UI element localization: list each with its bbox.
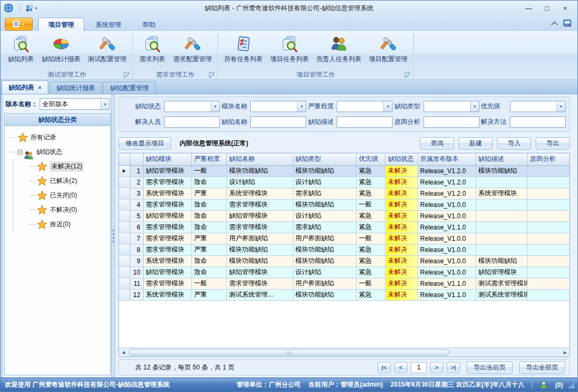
prev-page-button[interactable]: < [394,362,407,373]
filter-input[interactable] [164,116,220,128]
ribbon-button[interactable]: 缺陷统计报表 [38,33,84,65]
dialog-launcher-icon[interactable] [124,72,129,78]
last-page-button[interactable]: >| [447,362,460,373]
cell-cause [528,255,569,267]
column-header[interactable]: 严重程度 [192,153,227,165]
cell-cause [528,221,569,233]
new-button[interactable]: 新建 [458,137,493,150]
document-tab[interactable]: 缺陷列表× [2,80,48,94]
filter-select[interactable]: ▼ [250,101,306,112]
filter-select[interactable]: ▼ [337,101,392,112]
maximize-button[interactable]: □ [538,2,556,14]
table-row[interactable]: 8需求管理模块严重模块功能缺陷模块功能缺陷紧急未解决Release_V1.0.0 [119,244,569,255]
table-row[interactable]: 4需求管理模块致命需求管理模块模块功能缺陷一般未解决Release_V1.0.0 [119,199,569,210]
ribbon-button[interactable]: 需求列表 [135,33,169,65]
cell-type: 模块功能缺陷 [293,289,356,300]
sidebar-splitter[interactable] [111,97,115,375]
document-tab[interactable]: 缺陷配置管理 [103,82,155,94]
search-docs-icon [280,35,299,53]
minimize-button[interactable]: — [520,2,538,14]
ribbon-button[interactable]: 测试配置管理 [84,33,130,65]
table-row[interactable]: 9系统管理模块致命模块功能缺陷模块功能缺陷紧急未解决Release_V1.0.0… [119,255,569,267]
ribbon-button[interactable]: 项目配置管理 [365,33,411,65]
scroll-right-icon[interactable]: ▶ [561,348,569,357]
row-number: 4 [130,199,143,210]
page-number-input[interactable] [411,362,427,373]
document-tab[interactable]: 缺陷统计报表 [49,82,102,94]
filter-select[interactable]: ▼ [424,101,479,112]
star-icon [18,132,28,143]
filter-input[interactable] [424,116,479,128]
export-button[interactable]: 导出 [536,137,570,150]
table-row[interactable]: ▶1缺陷管理模块一般模块功能缺陷模块功能缺陷紧急未解决Release_V1.2.… [119,165,569,176]
table-row[interactable]: 5缺陷管理模块致命缺陷管理模块设计缺陷紧急未解决Release_V1.0.0 [119,210,569,221]
tree-item-label: 缺陷状态 [36,147,62,157]
app-menu-button[interactable]: ▼ [5,18,33,31]
column-header[interactable]: 优先级 [357,153,386,165]
resize-grip[interactable] [573,387,574,388]
filter-input[interactable] [250,116,306,128]
tree-item[interactable]: 推迟(0) [29,217,108,232]
ribbon-button[interactable]: 负责人任务列表 [313,33,365,65]
export-all-pages-button[interactable]: 导出全部页 [519,361,565,374]
cell-type: 设计缺陷 [293,210,356,221]
first-page-button[interactable]: |< [377,362,391,373]
dialog-launcher-icon[interactable] [209,72,214,78]
tree-item-label: 所有记录 [31,133,56,142]
ribbon-button[interactable]: 需求配置管理 [169,33,216,65]
filter-input[interactable] [510,116,566,128]
ribbon-tab[interactable]: 项目管理 [38,18,84,31]
table-row[interactable]: 11需求管理模块一般需求管理模块用户界面缺陷一般未解决Release_V1.1.… [119,278,569,289]
tree-item[interactable]: 已解决(2) [29,174,108,188]
scrollbar-track[interactable]: ||| [128,348,561,357]
ribbon-button[interactable]: 缺陷列表 [4,33,38,65]
tree-item[interactable]: 缺陷状态 [10,145,108,159]
close-button[interactable]: × [556,2,574,14]
collapse-ribbon-icon[interactable] [553,20,558,28]
table-row[interactable]: 7需求管理模块严重用户界面缺陷用户界面缺陷一般未解决Release_V1.0.0 [119,233,569,244]
ribbon-tab[interactable]: 系统管理 [85,18,131,31]
modify-columns-button[interactable]: 修改显示项目 [118,137,171,150]
close-tab-icon[interactable]: × [38,84,41,91]
dialog-launcher-icon[interactable] [405,72,410,78]
ribbon-button[interactable]: 项目任务列表 [266,33,313,65]
search-button[interactable]: 查询 [420,137,454,150]
ribbon-tab-bar: ▼ 项目管理系统管理帮助 [1,16,577,31]
version-select[interactable]: 全部版本 ▼ [40,98,110,110]
tree-item[interactable]: 所有记录 [10,130,108,145]
column-header[interactable]: 缺陷描述 [476,153,528,165]
filter-select[interactable]: ▼ [510,101,566,112]
cell-priority: 紧急 [357,188,386,199]
export-current-page-button[interactable]: 导出当前页 [466,361,513,374]
column-header[interactable]: 缺陷类型 [293,153,356,165]
ribbon: 缺陷列表缺陷统计报表测试配置管理测试管理工作需求列表需求配置管理需求管理工作所有… [1,31,577,80]
table-row[interactable]: 10缺陷管理模块致命缺陷管理模块设计缺陷紧急未解决Release_V1.0.0缺… [119,267,569,278]
table-row[interactable]: 12系统管理模块严重测试系统管理...模块功能缺陷紧急未解决Release_V1… [119,289,569,300]
collapse-node-icon[interactable] [18,150,23,154]
filter-select[interactable]: ▼ [164,101,220,112]
help-icon[interactable] [563,19,572,29]
window-title: 缺陷列表 - 广州爱奇迪软件科技有限公司-缺陷信息管理系统 [205,4,374,13]
tree-item[interactable]: 不解决(0) [29,203,108,217]
scrollbar-thumb[interactable]: ||| [129,349,449,356]
column-header[interactable]: 缺陷模块 [143,153,191,165]
quick-access-toolbar-button[interactable]: ▼ [24,3,40,13]
horizontal-scrollbar[interactable]: ◀ ||| ▶ [119,347,569,357]
column-header[interactable]: 缺陷名称 [227,153,293,165]
filter-input[interactable] [337,116,392,128]
next-page-button[interactable]: > [430,362,443,373]
table-row[interactable]: 6需求管理模块致命需求管理模块需求缺陷紧急未解决Release_V1.1.0 [119,221,569,233]
table-row[interactable]: 3系统管理模块严重系统管理模块需求缺陷紧急未解决Release_V1.2.0系统… [119,188,569,199]
scroll-left-icon[interactable]: ◀ [119,348,128,357]
tree-item[interactable]: 未解决(12) [29,159,108,174]
table-row[interactable]: 2需求管理模块致命设计缺陷设计缺陷紧急未解决Release_V1.2.0 [119,176,569,188]
ribbon-button[interactable]: 所有任务列表 [220,33,266,65]
column-header[interactable]: 所属发布版本 [418,153,476,165]
import-button[interactable]: 导入 [497,137,531,150]
cell-cause [528,278,569,289]
tree-item[interactable]: 已关闭(0) [29,188,108,203]
column-header[interactable]: 原因分析 [528,153,569,165]
ribbon-tab[interactable]: 帮助 [132,18,166,31]
column-header[interactable]: 缺陷状态 [386,153,418,165]
filter-field: 缺陷类型▼ [395,101,481,112]
